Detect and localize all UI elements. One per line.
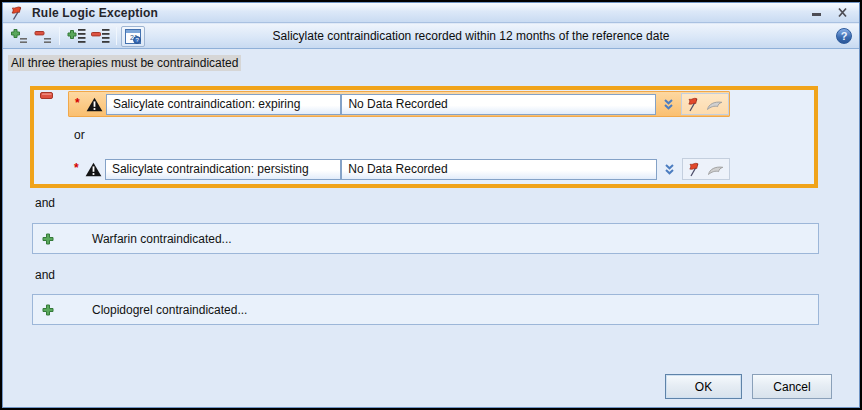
cancel-button[interactable]: Cancel xyxy=(752,374,832,399)
required-marker: * xyxy=(74,161,84,175)
calendar-icon: 21 ? xyxy=(125,29,141,44)
or-condition-group: * Salicylate contraindication: expiring … xyxy=(30,86,818,188)
titlebar: Rule Logic Exception xyxy=(3,3,859,23)
clear-flag-icon[interactable] xyxy=(706,98,724,111)
warning-icon xyxy=(86,97,103,112)
add-condition-icon xyxy=(10,28,28,45)
flag-icon[interactable] xyxy=(687,161,702,177)
flag-actions-panel xyxy=(682,158,730,180)
value-field[interactable]: No Data Recorded xyxy=(341,94,656,115)
clear-flag-icon[interactable] xyxy=(707,163,725,176)
condition-label: Clopidogrel contraindicated... xyxy=(92,303,247,317)
and-operator-label: and xyxy=(35,196,55,210)
remove-condition-icon xyxy=(34,28,52,45)
add-group-icon xyxy=(67,28,86,44)
chevron-double-down-icon[interactable] xyxy=(662,162,677,177)
toolbar: 21 ? Salicylate contraindication recorde… xyxy=(3,24,859,49)
window-frame: Rule Logic Exception xyxy=(2,2,860,408)
remove-group-button[interactable] xyxy=(88,26,112,47)
required-marker: * xyxy=(75,96,85,110)
and-operator-label: and xyxy=(35,268,55,282)
toolbar-separator xyxy=(116,27,117,45)
condition-label: Warfarin contraindicated... xyxy=(92,232,232,246)
or-operator-label: or xyxy=(74,128,85,142)
remove-group-minus-icon[interactable] xyxy=(40,92,53,99)
condition-row-expiring[interactable]: * Salicylate contraindication: expiring … xyxy=(68,91,730,117)
add-item-icon[interactable] xyxy=(42,304,54,316)
flag-icon[interactable] xyxy=(686,96,701,112)
ok-button[interactable]: OK xyxy=(665,374,742,399)
rule-logic-exception-dialog: Rule Logic Exception xyxy=(0,0,862,410)
window-controls xyxy=(809,6,853,20)
clopidogrel-condition-row[interactable]: Clopidogrel contraindicated... xyxy=(32,294,819,325)
window-title: Rule Logic Exception xyxy=(32,6,158,20)
window-flag-icon xyxy=(9,5,25,21)
minimize-icon[interactable] xyxy=(809,6,823,20)
rule-summary-text: Salicylate contraindication recorded wit… xyxy=(123,24,819,48)
date-options-button[interactable]: 21 ? xyxy=(121,26,145,47)
flag-actions-panel xyxy=(681,93,729,115)
toolbar-separator xyxy=(59,27,60,45)
add-condition-button[interactable] xyxy=(7,26,31,47)
help-icon[interactable]: ? xyxy=(836,28,852,44)
warning-icon xyxy=(85,162,102,177)
remove-condition-button[interactable] xyxy=(31,26,55,47)
add-item-icon[interactable] xyxy=(42,233,54,245)
condition-field[interactable]: Salicylate contraindication: persisting xyxy=(105,159,341,180)
value-field[interactable]: No Data Recorded xyxy=(341,159,657,180)
warfarin-condition-row[interactable]: Warfarin contraindicated... xyxy=(32,223,819,254)
rule-description-label: All three therapies must be contraindica… xyxy=(8,55,241,71)
add-group-button[interactable] xyxy=(64,26,88,47)
chevron-double-down-icon[interactable] xyxy=(661,97,676,112)
dialog-body: All three therapies must be contraindica… xyxy=(3,49,859,407)
condition-field[interactable]: Salicylate contraindication: expiring xyxy=(106,94,342,115)
condition-row-persisting[interactable]: * Salicylate contraindication: persistin… xyxy=(68,156,730,182)
remove-group-icon xyxy=(91,28,110,44)
close-icon[interactable] xyxy=(835,6,849,20)
